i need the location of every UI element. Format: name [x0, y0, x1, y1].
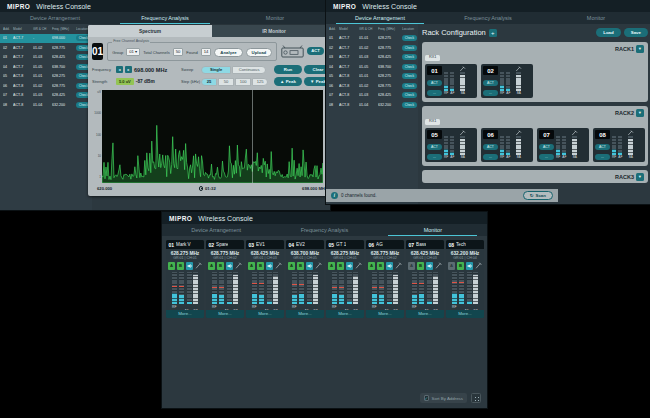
tab-frequency-analysis[interactable]: Frequency Analysis	[270, 224, 378, 236]
check-button[interactable]: Check	[402, 73, 417, 79]
speaker-button[interactable]	[386, 262, 394, 270]
tab-monitor[interactable]: Monitor	[379, 224, 487, 236]
tab-frequency-analysis[interactable]: Frequency Analysis	[434, 12, 542, 24]
check-button[interactable]: Check	[402, 83, 417, 89]
tab-device-arrangement[interactable]: Device Arrangement	[326, 12, 434, 24]
antenna-icon-button[interactable]	[235, 262, 243, 270]
load-button[interactable]: Load	[596, 28, 621, 37]
antenna-a-button[interactable]: A	[328, 262, 336, 270]
table-row[interactable]: 02 ACT-7 01-02 628.775 Check	[326, 43, 418, 53]
act-sync-button[interactable]: ACT	[539, 144, 554, 150]
tab-device-arrangement[interactable]: Device Arrangement	[162, 224, 270, 236]
table-row[interactable]: 01 ACT-7 - 698.000 Check	[0, 34, 92, 44]
module-options-button[interactable]: ...	[427, 90, 442, 96]
table-row[interactable]: 04 ACT-7 01-05 638.700 Check	[326, 62, 418, 72]
step-25-button[interactable]: 25	[201, 78, 217, 86]
speaker-button[interactable]	[346, 262, 354, 270]
channel-strip-header[interactable]: 07 Bass	[406, 240, 444, 249]
scan-button[interactable]: ↻ Scan	[523, 191, 553, 200]
table-row[interactable]: 06 ACT-8 01-02 628.775 Check	[326, 81, 418, 91]
sort-by-address-control[interactable]: ✓ Sort By Address	[420, 393, 467, 403]
module-options-button[interactable]: ...	[483, 154, 498, 160]
step-50-button[interactable]: 50	[218, 78, 234, 86]
table-row[interactable]: 08 ACT-8 01-04 632.200 Check	[0, 100, 92, 110]
antenna-a-button[interactable]: A	[168, 262, 176, 270]
rack-channel-module[interactable]: 07 ACT ... RF	[537, 128, 589, 162]
more-button[interactable]: More...	[326, 310, 364, 319]
peak-up-button[interactable]: ▲ Peak	[274, 77, 302, 86]
speaker-button[interactable]	[266, 262, 274, 270]
table-row[interactable]: 08 ACT-8 01-04 632.200 Check	[326, 100, 418, 110]
add-rack-button[interactable]: +	[489, 29, 497, 37]
speaker-button[interactable]	[186, 262, 194, 270]
tab-device-arrangement[interactable]: Device Arrangement	[0, 12, 110, 24]
receiver-tag[interactable]: RX1	[425, 55, 440, 62]
antenna-b-button[interactable]: B	[337, 262, 345, 270]
save-button[interactable]: Save	[624, 28, 648, 37]
channel-strip-header[interactable]: 04 EV2	[286, 240, 324, 249]
frequency-down-button[interactable]: ◂	[116, 66, 123, 73]
antenna-a-button[interactable]: A	[408, 262, 416, 270]
step-100-button[interactable]: 100	[235, 78, 251, 86]
more-button[interactable]: More...	[206, 310, 244, 319]
tab-ir-monitor[interactable]: IR Monitor	[212, 25, 330, 37]
table-row[interactable]: 05 ACT-8 01-01 628.275 Check	[0, 72, 92, 82]
antenna-icon-button[interactable]	[275, 262, 283, 270]
upload-button[interactable]: Upload	[246, 48, 273, 57]
receiver-tag[interactable]: RX1	[425, 119, 440, 126]
tab-monitor[interactable]: Monitor	[542, 12, 650, 24]
rack-channel-module[interactable]: 05 ACT ... RF	[425, 128, 477, 162]
group-select[interactable]: 01 ▾	[126, 48, 140, 56]
antenna-b-button[interactable]: B	[257, 262, 265, 270]
tab-monitor[interactable]: Monitor	[220, 12, 330, 24]
frequency-cursor[interactable]	[252, 90, 253, 183]
more-button[interactable]: More...	[406, 310, 444, 319]
rack-channel-module[interactable]: 02 ACT ... RF	[481, 64, 533, 98]
antenna-b-button[interactable]: B	[377, 262, 385, 270]
antenna-b-button[interactable]: B	[177, 262, 185, 270]
channel-strip-header[interactable]: 05 GT 1	[326, 240, 364, 249]
sweep-single-button[interactable]: Single	[201, 66, 231, 74]
table-row[interactable]: 06 ACT-8 01-02 628.775 Check	[0, 81, 92, 91]
module-options-button[interactable]: ...	[539, 154, 554, 160]
table-row[interactable]: 04 ACT-7 01-05 638.700 Check	[0, 62, 92, 72]
spectrum-plot[interactable]	[102, 90, 323, 183]
module-options-button[interactable]: ...	[483, 90, 498, 96]
tab-frequency-analysis[interactable]: Frequency Analysis	[110, 12, 220, 24]
channel-strip-header[interactable]: 03 EV1	[246, 240, 284, 249]
table-row[interactable]: 07 ACT-8 01-03 628.425 Check	[0, 91, 92, 101]
antenna-a-button[interactable]: A	[448, 262, 456, 270]
act-sync-button[interactable]: ACT	[483, 144, 498, 150]
antenna-b-button[interactable]: B	[297, 262, 305, 270]
act-sync-button[interactable]: ACT	[427, 144, 442, 150]
antenna-a-button[interactable]: A	[368, 262, 376, 270]
table-row[interactable]: 03 ACT-7 01-03 628.425 Check	[326, 53, 418, 63]
rack-channel-module[interactable]: 06 ACT ... RF	[481, 128, 533, 162]
speaker-button[interactable]	[226, 262, 234, 270]
table-row[interactable]: 02 ACT-7 01-02 628.775 Check	[0, 43, 92, 53]
antenna-icon-button[interactable]	[475, 262, 483, 270]
frequency-up-button[interactable]: ▸	[125, 66, 132, 73]
check-button[interactable]: Check	[402, 54, 417, 60]
speaker-button[interactable]	[306, 262, 314, 270]
check-button[interactable]: Check	[402, 35, 417, 41]
channel-strip-header[interactable]: 06 AG	[366, 240, 404, 249]
rack-channel-module[interactable]: 08 ACT ... RF	[593, 128, 645, 162]
antenna-a-button[interactable]: A	[208, 262, 216, 270]
channel-strip-header[interactable]: 08 Tech	[446, 240, 484, 249]
antenna-a-button[interactable]: A	[288, 262, 296, 270]
antenna-icon-button[interactable]	[395, 262, 403, 270]
channel-strip-header[interactable]: 02 Spare	[206, 240, 244, 249]
table-row[interactable]: 07 ACT-8 01-03 628.425 Check	[326, 91, 418, 101]
layout-grid-button[interactable]	[471, 393, 481, 403]
more-button[interactable]: More...	[286, 310, 324, 319]
act-sync-button[interactable]: ACT	[427, 80, 442, 86]
more-button[interactable]: More...	[166, 310, 204, 319]
analyze-button[interactable]: Analyze	[214, 48, 242, 57]
speaker-button[interactable]	[426, 262, 434, 270]
act-sync-button[interactable]: ACT	[483, 80, 498, 86]
check-button[interactable]: Check	[402, 64, 417, 70]
run-button[interactable]: Run	[274, 65, 302, 74]
module-options-button[interactable]: ...	[595, 154, 610, 160]
antenna-icon-button[interactable]	[195, 262, 203, 270]
